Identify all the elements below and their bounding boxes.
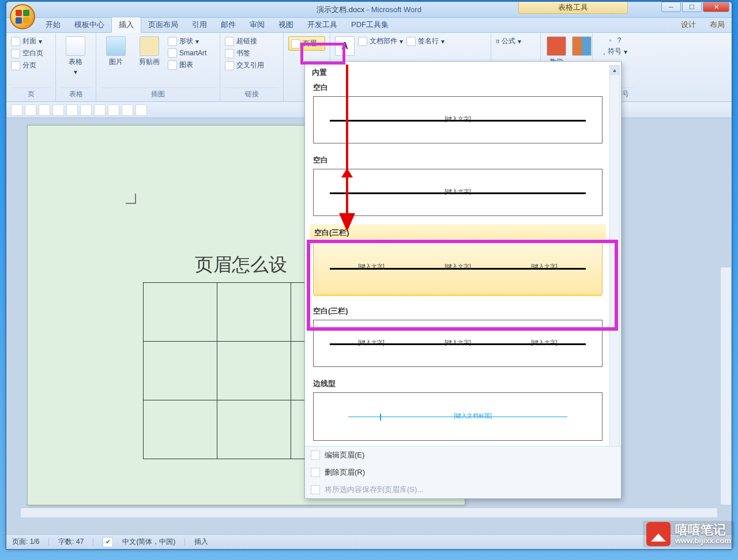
edit-icon (311, 451, 320, 460)
group-tables: 表格▾ 表格 (56, 33, 96, 101)
bookmark-button[interactable]: 书签 (225, 48, 264, 58)
equation-button[interactable]: π 公式 ▾ (496, 36, 521, 46)
gallery-item-blank-3col-selected[interactable]: [键入文字] [键入文字] [键入文字] (313, 241, 603, 294)
gallery-item-blank-1[interactable]: [键入文字] (313, 96, 603, 143)
remove-icon (311, 468, 320, 477)
textbox-button[interactable]: A (335, 35, 355, 57)
gallery-footer-commands: 编辑页眉(E) 删除页眉(R) 将所选内容保存到页眉库(S)... (305, 446, 621, 498)
document-name: 演示文档.docx (317, 5, 364, 14)
tab-home[interactable]: 开始 (39, 17, 67, 32)
window-title: 演示文档.docx - Microsoft Word (317, 5, 421, 15)
status-page[interactable]: 页面: 1/6 (12, 537, 39, 547)
clipart-button[interactable]: 剪贴画 (134, 35, 164, 68)
edit-header-cmd[interactable]: 编辑页眉(E) (305, 447, 621, 464)
close-button[interactable]: ✕ (703, 2, 729, 12)
horizontal-scrollbar[interactable] (20, 508, 718, 518)
tab-layout[interactable]: 布局 (703, 17, 732, 32)
qat-print[interactable] (94, 104, 106, 116)
signature-button[interactable]: 签名行 ▾ (406, 36, 445, 46)
header-icon (291, 39, 300, 48)
tab-pdf[interactable]: PDF工具集 (344, 17, 396, 32)
star-icon (547, 36, 566, 56)
shapes-button[interactable]: 形状 ▾ (168, 36, 206, 46)
symbol-button[interactable]: , 符号 ▾ (603, 47, 627, 56)
tab-pagelayout[interactable]: 页面布局 (141, 17, 185, 32)
qat-undo[interactable] (122, 104, 133, 116)
page-break-button[interactable]: 分页 (11, 60, 43, 70)
gallery-item-title: 空白 (308, 152, 607, 167)
office-button[interactable] (10, 4, 35, 29)
symbol-help[interactable]: ◦ ? (609, 36, 622, 44)
gallery-item-title: 空白(三栏) (308, 302, 607, 317)
watermark-url: www.bijixx.com (675, 536, 731, 545)
hyperlink-button[interactable]: 超链接 (225, 36, 264, 46)
table-icon (66, 36, 85, 56)
tab-view[interactable]: 视图 (272, 17, 300, 32)
table-button[interactable]: 表格▾ (61, 35, 91, 77)
tab-templates[interactable]: 模板中心 (67, 17, 111, 32)
remove-header-cmd[interactable]: 删除页眉(R) (305, 464, 621, 481)
gallery-item-title: 空白(三栏) (310, 224, 606, 239)
quickparts-button[interactable]: 文档部件 ▾ (358, 36, 403, 46)
qat-open[interactable] (52, 104, 64, 116)
tab-review[interactable]: 审阅 (243, 17, 272, 32)
spellcheck-icon[interactable]: ✔ (103, 537, 113, 547)
header-dropdown[interactable]: 页眉 ▾ (288, 36, 325, 51)
tab-references[interactable]: 引用 (185, 17, 214, 32)
qat-item[interactable] (66, 104, 78, 116)
tab-insert[interactable]: 插入 (111, 17, 141, 33)
cover-icon (11, 37, 20, 46)
picture-icon (106, 36, 126, 56)
group-links: 超链接 书签 交叉引用 链接 (220, 33, 284, 101)
qat-item[interactable] (108, 104, 119, 116)
smartart-button[interactable]: SmartArt (168, 48, 206, 58)
qat-item[interactable] (25, 104, 36, 116)
qat-new[interactable] (80, 104, 92, 116)
hyperlink-icon (225, 37, 234, 46)
tab-design[interactable]: 设计 (674, 17, 703, 32)
watermark: 嘻嘻笔记 www.bijixx.com (643, 521, 735, 547)
blank-page-button[interactable]: 空白页 (11, 48, 43, 58)
gallery-item-title: 空白 (308, 79, 607, 94)
signature-icon (406, 37, 416, 46)
group-pages: 封面 ▾ 空白页 分页 页 (6, 33, 56, 101)
scroll-up-icon[interactable]: ▲ (610, 66, 619, 75)
margin-marker (126, 194, 136, 204)
document-heading: 页眉怎么设 (195, 252, 287, 278)
gallery-item-border[interactable]: [键入文档标题] (313, 392, 603, 441)
clipart-icon (140, 36, 159, 56)
app-name: Microsoft Word (371, 5, 421, 14)
save-to-gallery-cmd: 将所选内容保存到页眉库(S)... (305, 481, 621, 498)
tab-developer[interactable]: 开发工具 (300, 17, 344, 32)
watermark-logo-icon (646, 522, 671, 546)
maximize-button[interactable]: ☐ (682, 2, 702, 12)
ribbon-tabs: 开始 模板中心 插入 页面布局 引用 邮件 审阅 视图 开发工具 PDF工具集 … (6, 18, 732, 33)
gallery-scrollbar[interactable]: ▲ ▼ (609, 65, 620, 475)
contextual-tab-title: 表格工具 (518, 2, 628, 14)
cover-page-button[interactable]: 封面 ▾ (11, 36, 43, 46)
status-words[interactable]: 字数: 47 (58, 537, 84, 547)
blocks-icon (572, 36, 592, 56)
title-bar: 演示文档.docx - Microsoft Word 表格工具 ─ ☐ ✕ (6, 2, 732, 18)
watermark-name: 嘻嘻笔记 (675, 524, 731, 536)
crossref-button[interactable]: 交叉引用 (225, 60, 264, 70)
status-mode[interactable]: 插入 (194, 537, 208, 547)
gallery-item-blank-2[interactable]: [键入文字] (313, 169, 603, 216)
gallery-item-blank-3col-2[interactable]: [键入文字] [键入文字] [键入文字] (313, 320, 603, 367)
blocks-button[interactable] (571, 35, 593, 57)
window-controls: ─ ☐ ✕ (660, 2, 729, 12)
break-icon (11, 61, 20, 70)
qat-save[interactable] (11, 104, 22, 116)
header-gallery-dropdown: 内置 空白 [键入文字] 空白 [键入文字] 空白(三栏) [键入文字] [键入… (304, 61, 622, 499)
chart-button[interactable]: 图表 (168, 60, 206, 70)
status-language[interactable]: 中文(简体，中国) (122, 537, 175, 547)
qat-item[interactable] (39, 104, 50, 116)
save-icon (311, 485, 320, 494)
blank-icon (11, 49, 20, 58)
minimize-button[interactable]: ─ (661, 2, 681, 12)
tab-mailings[interactable]: 邮件 (214, 17, 243, 32)
picture-button[interactable]: 图片 (101, 35, 131, 68)
vertical-scrollbar[interactable] (720, 267, 732, 505)
qat-redo[interactable] (135, 104, 147, 116)
group-illustrations: 图片 剪贴画 形状 ▾ SmartArt 图表 插图 (96, 33, 220, 101)
